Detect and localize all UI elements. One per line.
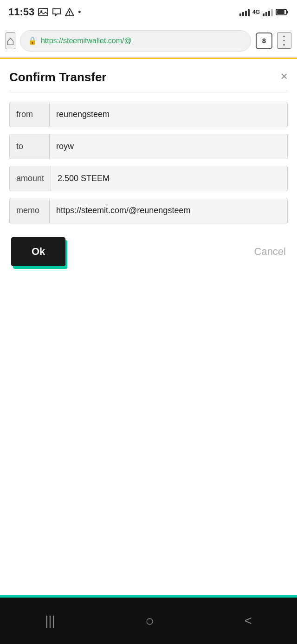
from-label: from [10,102,50,127]
from-value: reunengsteem [50,102,287,127]
nav-menu-button[interactable]: ||| [31,609,69,633]
status-time: 11:53 [8,6,34,18]
from-row: from reunengsteem [9,102,288,127]
memo-row: memo https://steemit.com/@reunengsteem [9,198,288,223]
amount-label: amount [10,166,51,191]
svg-rect-6 [277,10,284,14]
signal-bars-2 [263,8,273,16]
status-bar: 11:53 • 4G [0,0,297,24]
battery-icon [276,8,289,16]
lock-icon: 🔒 [28,36,37,45]
4g-label: 4G [252,9,260,15]
url-bar[interactable]: 🔒 https://steemitwallet.com/@ [20,30,251,52]
dialog-close-button[interactable]: × [281,69,288,84]
amount-value: 2.500 STEEM [51,166,287,191]
to-row: to royw [9,134,288,159]
svg-rect-7 [287,11,288,13]
status-right: 4G [239,8,289,16]
main-content: Confirm Transfer × from reunengsteem to … [0,59,297,338]
svg-point-4 [69,14,70,15]
dialog-title: Confirm Transfer [9,70,288,85]
nav-back-button[interactable]: < [231,609,266,633]
browser-bar: ⌂ 🔒 https://steemitwallet.com/@ 8 ⋮ [0,24,297,58]
chat-status-icon [52,8,61,16]
signal-bars-1 [239,8,250,16]
confirm-transfer-dialog: Confirm Transfer × from reunengsteem to … [0,59,297,280]
svg-rect-0 [39,8,48,16]
memo-value: https://steemit.com/@reunengsteem [50,198,287,223]
dot-icon: • [78,7,81,17]
bottom-nav-bar: ||| ○ < [0,598,297,644]
status-left: 11:53 • [8,6,81,18]
ok-button[interactable]: Ok [11,237,65,266]
to-label: to [10,134,50,159]
url-text: https://steemitwallet.com/@ [41,37,132,45]
amount-row: amount 2.500 STEEM [9,166,288,191]
image-status-icon [38,8,48,16]
warning-status-icon [65,8,74,16]
cancel-button[interactable]: Cancel [254,246,286,258]
tab-count[interactable]: 8 [256,33,272,49]
memo-label: memo [10,198,50,223]
to-value: royw [50,134,287,159]
nav-home-button[interactable]: ○ [131,608,168,634]
button-row: Ok Cancel [9,237,288,266]
home-button[interactable]: ⌂ [6,33,15,49]
browser-menu-button[interactable]: ⋮ [277,33,291,49]
dialog-divider [9,92,288,92]
